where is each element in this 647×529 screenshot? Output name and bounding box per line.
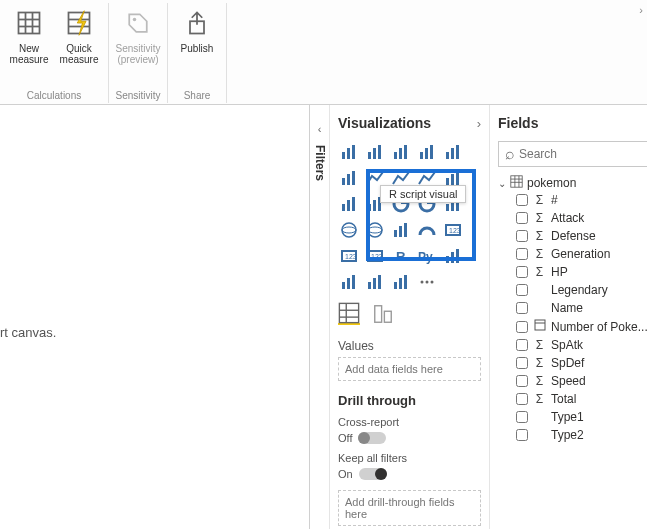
viz-funnel-icon[interactable] xyxy=(390,219,412,241)
field-checkbox[interactable] xyxy=(516,248,528,260)
visualizations-pane: Visualizations › R script visual 1231231… xyxy=(330,105,490,529)
fields-search[interactable]: ⌕ xyxy=(498,141,647,167)
viz-key-influencers-icon[interactable] xyxy=(442,245,464,267)
svg-rect-0 xyxy=(19,13,40,34)
svg-rect-64 xyxy=(373,278,376,289)
values-field-well[interactable]: Add data fields here xyxy=(338,357,481,381)
drill-through-title: Drill through xyxy=(338,393,481,408)
viz-map-icon[interactable] xyxy=(338,219,360,241)
keep-all-filters-state: On xyxy=(338,468,353,480)
svg-rect-26 xyxy=(347,174,350,185)
field-checkbox[interactable] xyxy=(516,194,528,206)
viz-paginate-icon[interactable] xyxy=(390,271,412,293)
publish-button[interactable]: Publish xyxy=(174,3,220,54)
svg-rect-39 xyxy=(446,204,449,211)
canvas-hint-text: rt canvas. xyxy=(0,325,56,340)
viz-py-visual-icon[interactable]: Py xyxy=(416,245,438,267)
viz-col-clustered-icon[interactable] xyxy=(416,141,438,163)
field-item[interactable]: ΣDefense xyxy=(498,227,647,245)
viz-qna-icon[interactable] xyxy=(364,271,386,293)
field-checkbox[interactable] xyxy=(516,357,528,369)
table-node[interactable]: ⌄ pokemon xyxy=(498,175,647,191)
field-item[interactable]: Σ# xyxy=(498,191,647,209)
chevron-right-icon[interactable]: › xyxy=(477,116,481,131)
blank-icon xyxy=(533,410,546,424)
field-item[interactable]: ΣHP xyxy=(498,263,647,281)
viz-col-100-icon[interactable] xyxy=(442,141,464,163)
field-item[interactable]: ΣTotal xyxy=(498,390,647,408)
new-measure-button[interactable]: New measure xyxy=(6,3,52,65)
field-name: Name xyxy=(551,301,583,315)
viz-kpi-icon[interactable]: 123 xyxy=(364,245,386,267)
svg-rect-62 xyxy=(352,275,355,289)
svg-rect-30 xyxy=(456,171,459,185)
field-checkbox[interactable] xyxy=(516,429,528,441)
field-checkbox[interactable] xyxy=(516,284,528,296)
chevron-right-icon[interactable]: › xyxy=(639,4,643,16)
field-checkbox[interactable] xyxy=(516,302,528,314)
viz-filled-map-icon[interactable] xyxy=(364,219,386,241)
field-item[interactable]: ΣAttack xyxy=(498,209,647,227)
svg-point-43 xyxy=(342,227,356,233)
field-item[interactable]: ΣSpDef xyxy=(498,354,647,372)
viz-more-icon[interactable] xyxy=(416,271,438,293)
viz-bar-stacked-icon[interactable] xyxy=(338,141,360,163)
sigma-icon: Σ xyxy=(533,374,546,388)
svg-rect-19 xyxy=(420,152,423,159)
ribbon-group-title: Calculations xyxy=(27,90,81,103)
filters-pane-collapsed[interactable]: ‹ Filters xyxy=(310,105,330,529)
viz-col-line-icon[interactable] xyxy=(338,167,360,189)
fields-search-input[interactable] xyxy=(519,147,647,161)
field-item[interactable]: Number of Poke... xyxy=(498,317,647,336)
keep-all-filters-toggle[interactable] xyxy=(359,468,387,480)
field-item[interactable]: ΣSpeed xyxy=(498,372,647,390)
field-item[interactable]: Type1 xyxy=(498,408,647,426)
ribbon-group-title: Sensitivity xyxy=(115,90,160,103)
field-item[interactable]: ΣGeneration xyxy=(498,245,647,263)
report-canvas[interactable]: rt canvas. xyxy=(0,105,310,529)
field-checkbox[interactable] xyxy=(516,339,528,351)
field-item[interactable]: Type2 xyxy=(498,426,647,444)
drill-through-field-well[interactable]: Add drill-through fields here xyxy=(338,490,481,526)
viz-multi-card-icon[interactable]: 123 xyxy=(338,245,360,267)
visual-field-format-tabs xyxy=(338,303,481,325)
ribbon-button-label: Sensitivity (preview) xyxy=(115,43,161,65)
svg-rect-77 xyxy=(384,311,391,322)
svg-rect-32 xyxy=(347,200,350,211)
grid-icon xyxy=(13,7,45,39)
field-checkbox[interactable] xyxy=(516,212,528,224)
fields-title: Fields xyxy=(498,115,538,131)
quick-measure-button[interactable]: Quick measure xyxy=(56,3,102,65)
viz-col-stacked-icon[interactable] xyxy=(390,141,412,163)
viz-gauge-icon[interactable] xyxy=(416,219,438,241)
field-item[interactable]: Legendary xyxy=(498,281,647,299)
field-checkbox[interactable] xyxy=(516,321,528,333)
cross-report-toggle[interactable] xyxy=(358,432,386,444)
field-item[interactable]: ΣSpAtk xyxy=(498,336,647,354)
field-name: SpAtk xyxy=(551,338,583,352)
field-name: Type1 xyxy=(551,410,584,424)
format-tab-icon[interactable] xyxy=(372,303,394,325)
field-checkbox[interactable] xyxy=(516,375,528,387)
viz-card-icon[interactable]: 123 xyxy=(442,219,464,241)
field-checkbox[interactable] xyxy=(516,411,528,423)
svg-rect-31 xyxy=(342,204,345,211)
viz-r-visual-icon[interactable]: R xyxy=(390,245,412,267)
grid-bolt-icon xyxy=(63,7,95,39)
viz-decomp-icon[interactable] xyxy=(338,271,360,293)
ribbon-button-label: Publish xyxy=(181,43,214,54)
viz-bar-clustered-icon[interactable] xyxy=(364,141,386,163)
field-item[interactable]: Name xyxy=(498,299,647,317)
field-checkbox[interactable] xyxy=(516,393,528,405)
field-checkbox[interactable] xyxy=(516,230,528,242)
chevron-left-icon[interactable]: ‹ xyxy=(318,123,322,135)
field-name: Speed xyxy=(551,374,586,388)
svg-rect-66 xyxy=(394,282,397,289)
search-icon: ⌕ xyxy=(505,145,515,163)
field-checkbox[interactable] xyxy=(516,266,528,278)
svg-rect-24 xyxy=(456,145,459,159)
viz-waterfall-icon[interactable] xyxy=(338,193,360,215)
fields-tab-icon[interactable] xyxy=(338,303,360,325)
cross-report-label: Cross-report xyxy=(338,416,481,428)
svg-rect-13 xyxy=(368,152,371,159)
